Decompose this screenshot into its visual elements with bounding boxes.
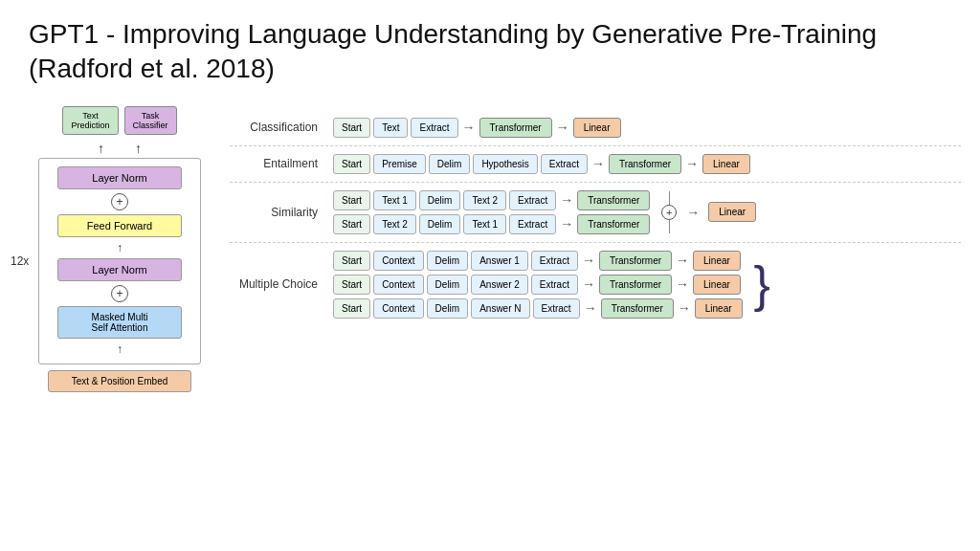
sim2-start: Start: [333, 214, 370, 234]
cls-extract: Extract: [411, 118, 457, 138]
layer-norm-1: Layer Norm: [57, 166, 182, 189]
mc3-arrow2: →: [678, 300, 691, 316]
circle-plus-2: +: [111, 285, 128, 302]
sim1-start: Start: [333, 190, 370, 210]
up-arrow-mid: ↑: [117, 241, 122, 254]
mc3-delim: Delim: [427, 298, 469, 319]
mc2-answer2: Answer 2: [471, 275, 528, 295]
sim1-transformer: Transformer: [577, 190, 650, 210]
task-classifier-box: TaskClassifier: [124, 106, 177, 135]
ent-arrow1: →: [591, 156, 605, 171]
cls-arrow2: →: [556, 120, 569, 135]
mc3-start: Start: [333, 298, 370, 319]
multiple-choice-label: Multiple Choice: [230, 277, 325, 291]
mc2-start: Start: [333, 275, 370, 295]
page-title: GPT1 - Improving Language Understanding …: [0, 0, 980, 97]
ent-hypothesis: Hypothesis: [473, 154, 537, 174]
mc1-arrow: →: [582, 253, 595, 268]
sim2-delim: Delim: [419, 214, 461, 234]
stack-label: 12x: [11, 254, 29, 268]
cls-arrow1: →: [462, 120, 476, 135]
ent-delim: Delim: [429, 154, 471, 174]
sim1-text2: Text 2: [463, 190, 506, 210]
entailment-label: Entailment: [230, 157, 325, 170]
ent-premise: Premise: [373, 154, 426, 174]
similarity-section: Similarity Start Text 1 Delim Text 2 Ext…: [230, 183, 961, 243]
sim1-text1: Text 1: [373, 190, 416, 210]
ent-start: Start: [333, 154, 370, 174]
mc3-arrow: →: [584, 300, 597, 316]
mc2-context: Context: [373, 275, 423, 295]
sim2-text2: Text 2: [373, 214, 416, 234]
mc1-extract: Extract: [531, 251, 578, 271]
up-arrow-bot: ↑: [117, 342, 122, 356]
sim2-transformer: Transformer: [577, 214, 650, 234]
text-prediction-box: TextPrediction: [62, 106, 118, 135]
diagram-area: TextPrediction TaskClassifier ↑ ↑ 12x La…: [0, 97, 980, 402]
sim-linear: Linear: [708, 202, 756, 222]
mc-bracket: }: [754, 259, 770, 309]
mc2-delim: Delim: [427, 275, 469, 295]
classification-row: Classification Start Text Extract → Tran…: [230, 110, 961, 146]
up-arrow-1: ↑: [98, 141, 104, 156]
mc2-transformer: Transformer: [599, 275, 672, 295]
sim-arrow-linear: →: [686, 205, 700, 220]
mc2-arrow2: →: [676, 276, 689, 292]
ent-transformer: Transformer: [609, 154, 681, 174]
sim2-text1: Text 1: [463, 214, 506, 234]
ent-linear: Linear: [702, 154, 750, 174]
classification-label: Classification: [230, 121, 325, 134]
cls-text: Text: [373, 118, 408, 138]
embed-box: Text & Position Embed: [48, 370, 191, 392]
cls-start: Start: [333, 118, 370, 138]
mc2-extract: Extract: [531, 275, 578, 295]
similarity-label: Similarity: [230, 206, 325, 219]
mc3-linear: Linear: [695, 298, 743, 319]
mc1-linear: Linear: [693, 251, 741, 271]
multiple-choice-section: Multiple Choice Start Context Delim Answ…: [230, 243, 961, 326]
ent-arrow2: →: [685, 156, 699, 171]
cls-linear: Linear: [573, 118, 621, 138]
layer-norm-2: Layer Norm: [57, 258, 182, 281]
mc2-arrow: →: [582, 276, 595, 292]
mc3-context: Context: [373, 298, 423, 319]
ent-extract: Extract: [541, 154, 588, 174]
sim2-arrow: →: [560, 216, 573, 231]
sim1-delim: Delim: [419, 190, 461, 210]
feed-forward: Feed Forward: [57, 214, 182, 237]
sim1-arrow: →: [560, 192, 573, 208]
masked-attn: Masked Multi Self Attention: [57, 306, 182, 339]
mc1-answer1: Answer 1: [471, 251, 528, 271]
sim-plus-circle: +: [661, 205, 677, 220]
sim1-extract: Extract: [509, 190, 556, 210]
mc2-linear: Linear: [693, 275, 741, 295]
mc3-answern: Answer N: [471, 298, 529, 319]
mc1-context: Context: [373, 251, 423, 271]
up-arrow-2: ↑: [135, 141, 142, 156]
mc1-arrow2: →: [676, 253, 689, 268]
mc1-start: Start: [333, 251, 370, 271]
circle-plus-1: +: [111, 193, 128, 210]
right-block: Classification Start Text Extract → Tran…: [230, 106, 961, 392]
mc1-transformer: Transformer: [599, 251, 672, 271]
mc3-extract: Extract: [533, 298, 580, 319]
mc1-delim: Delim: [427, 251, 469, 271]
entailment-row: Entailment Start Premise Delim Hypothesi…: [230, 146, 961, 183]
cls-transformer: Transformer: [479, 118, 552, 138]
left-block: TextPrediction TaskClassifier ↑ ↑ 12x La…: [29, 106, 211, 392]
sim2-extract: Extract: [509, 214, 556, 234]
mc3-transformer: Transformer: [601, 298, 674, 319]
